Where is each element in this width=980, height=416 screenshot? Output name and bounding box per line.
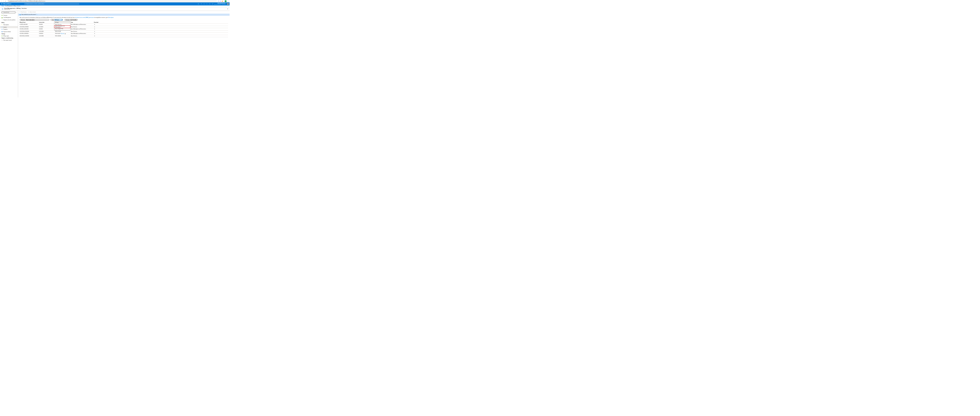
table-row[interactable]: 12/21/2019-1/20/20201/21/2020Azure Servi… (20, 26, 228, 28)
download-icon[interactable] (94, 29, 95, 29)
feedback-icon[interactable] (212, 3, 213, 5)
feedback-banner[interactable]: i How satisfied are you with invoices? → (18, 14, 229, 16)
email-icon (20, 11, 21, 13)
overview-icon (2, 15, 3, 16)
col-invoice-date[interactable]: Invoice date (39, 22, 55, 23)
cell-date: 12/9/2019 (39, 33, 55, 34)
rbac-link[interactable]: role-based access control (RBAC) permiss… (75, 17, 94, 18)
invoice-blade-icon (2, 8, 4, 10)
download-icon[interactable] (94, 35, 95, 36)
sidebar-item-billing-scopes[interactable]: Billing scopes (0, 35, 18, 37)
info-icon[interactable]: i (65, 33, 66, 34)
extension-icon-2[interactable] (222, 1, 223, 2)
chrome-profile-avatar[interactable]: J (225, 0, 227, 2)
svg-point-1 (220, 1, 221, 1)
table-row[interactable]: 11/1/2019-11/30/201912/9/2019TWD 314.00 … (20, 33, 228, 35)
payment-icon (2, 31, 3, 32)
invoices-table: Billing Period Invoice date Type Downloa… (18, 21, 229, 37)
cell-period: 12/21/2019-1/20/2020 (20, 26, 39, 27)
access-invoice-button[interactable]: Access Invoice (28, 11, 36, 13)
timespan-filter[interactable]: Timespan : Last 3 months (64, 19, 78, 21)
directory-filter-icon[interactable] (201, 3, 202, 5)
svg-rect-30 (2, 29, 2, 30)
col-type[interactable]: Type (71, 22, 94, 23)
dropdown-option-marketplace-reservations[interactable]: Azure Marketplace and Reservations (54, 26, 70, 28)
sidebar-item-overview[interactable]: Overview (0, 14, 18, 16)
sidebar-heading-settings: Settings (0, 33, 18, 35)
sidebar-item-invoices[interactable]: Invoices (0, 26, 18, 28)
sidebar-item-properties[interactable]: Properties (0, 28, 18, 30)
sidebar-item-label: Overview (3, 15, 7, 16)
table-row[interactable]: 11/21/2019-12/20/201912/21/2019TWD 9,229… (20, 30, 228, 33)
breadcrumb-current: Cost Management + Billing - Invoices (5, 5, 20, 6)
cell-date: 1/9/2020 (39, 29, 55, 30)
properties-icon (2, 29, 3, 30)
sidebar-item-cost-management[interactable]: $ Cost Management (0, 17, 18, 19)
cell-type: Azure Services (71, 26, 94, 27)
account-avatar[interactable] (227, 3, 229, 5)
sidebar-item-label: Diagnose and solve problems (3, 19, 16, 21)
filter-row: Subscript... : Azure subscription Type :… (18, 19, 229, 21)
lock-icon (8, 1, 9, 2)
sidebar-item-label: Payment methods (3, 31, 11, 32)
dropdown-option-all[interactable]: All types (54, 21, 70, 24)
sidebar-item-label: Invoices (3, 27, 6, 28)
pay-now-link[interactable]: Pay now (61, 33, 64, 34)
cloud-shell-icon[interactable] (198, 3, 199, 5)
info-icon: i (20, 14, 21, 16)
breadcrumb-sep: › (5, 5, 5, 6)
search-placeholder: Search resources, services, and docs (G+… (26, 3, 44, 5)
type-filter[interactable]: Type : All types All types Azure Service… (51, 19, 63, 21)
cell-period: 11/1/2019-11/30/2019 (20, 33, 39, 34)
account-directory: DEFAULT DIRECTORY (BILLTEST4... (215, 4, 227, 5)
svg-point-36 (2, 36, 2, 36)
sidebar-search[interactable]: Search (Ctrl+/) (2, 11, 16, 13)
key-icon (2, 24, 3, 26)
arrow-right-icon: → (37, 14, 38, 15)
sidebar-item-new-support-request[interactable]: New support request (0, 39, 18, 41)
subscriptions-link[interactable]: Subscriptions. (108, 17, 114, 18)
portal-menu-button[interactable] (0, 3, 3, 4)
close-blade-button[interactable]: × (228, 8, 228, 10)
sidebar-item-diagnose[interactable]: Diagnose and solve problems (0, 19, 18, 21)
svg-point-39 (29, 12, 29, 12)
email-invoice-button[interactable]: Email Invoice (20, 11, 27, 13)
notifications-icon[interactable] (204, 3, 205, 5)
download-icon[interactable] (94, 31, 95, 32)
help-icon[interactable] (209, 3, 210, 5)
account-info[interactable]: billtest456tw@outlook.c... DEFAULT DIREC… (215, 3, 227, 5)
dropdown-option-support-plan[interactable]: Azure Support Plan (54, 28, 70, 30)
chrome-menu-icon[interactable]: ⋮ (228, 1, 229, 2)
sidebar-item-payment-methods[interactable]: Payment methods (0, 30, 18, 33)
sidebar-item-subscriptions[interactable]: Subscriptions (0, 24, 18, 26)
breadcrumb-home[interactable]: Home (2, 5, 4, 6)
azure-top-bar: Microsoft Azure Search resources, servic… (0, 2, 229, 5)
azure-brand[interactable]: Microsoft Azure (3, 3, 11, 5)
cell-type: Azure Marketplace and Reservations (71, 33, 94, 34)
extension-icon-1[interactable] (220, 1, 221, 2)
banner-text: How satisfied are you with invoices? (21, 14, 36, 15)
table-row[interactable]: 10/21/2019-11/20/201911/21/2019TWD 9,363… (20, 35, 228, 37)
download-icon[interactable] (94, 24, 95, 25)
address-bar[interactable]: portal.azure.com/#blade/Microsoft_Azure_… (7, 0, 217, 2)
cell-period: 1/1/2020-1/31/2020 (20, 24, 39, 25)
cell-period: 12/1/2019-12/31/2019 (20, 29, 39, 30)
table-row[interactable]: 1/1/2020-1/31/20202/9/2020 now iAzure Ma… (20, 24, 228, 26)
download-icon[interactable] (94, 33, 95, 34)
table-row[interactable]: 12/1/2019-12/31/20191/9/2020 now iAzure … (20, 28, 228, 30)
type-select[interactable]: All types (55, 19, 62, 21)
sidebar: Search (Ctrl+/) « Overview $ Cost Manage… (0, 11, 18, 97)
reload-button[interactable] (5, 0, 6, 2)
sidebar-collapse-button[interactable]: « (16, 12, 17, 13)
bookmark-star-icon[interactable]: ★ (218, 0, 219, 2)
cell-amount: TWD 9,229.00 (55, 31, 71, 32)
download-icon[interactable] (94, 26, 95, 27)
settings-gear-icon[interactable] (206, 3, 207, 5)
svg-line-8 (25, 4, 26, 5)
global-search[interactable]: Search resources, services, and docs (G+… (24, 3, 80, 5)
sidebar-heading-billing: Billing (0, 22, 18, 24)
col-billing-period[interactable]: Billing Period (20, 22, 39, 23)
forward-button[interactable] (2, 0, 5, 2)
subscription-filter[interactable]: Subscript... : Azure subscription (20, 19, 49, 21)
cell-type: Azure Marketplace and Reservations (71, 29, 94, 30)
